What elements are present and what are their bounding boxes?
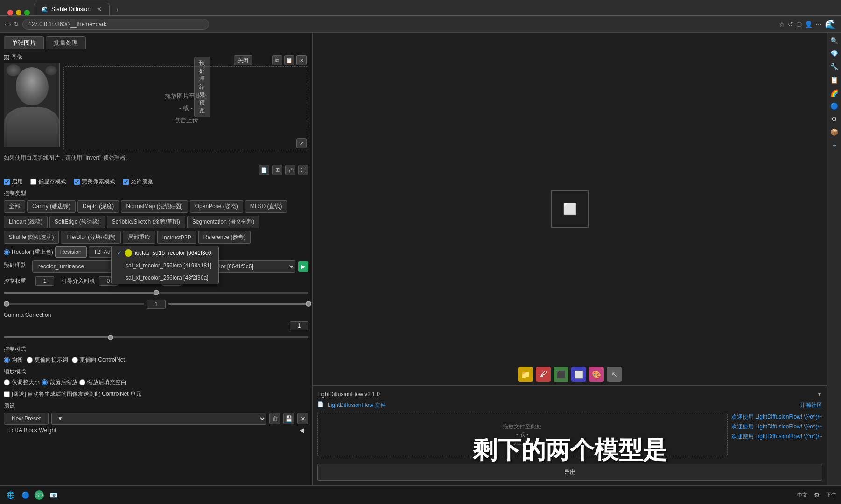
perfect-mode-checkbox[interactable]: 完美像素模式 xyxy=(74,178,115,186)
side-tool-search[interactable]: 🔍 xyxy=(829,35,840,46)
ctrl-btn-shuffle[interactable]: Shuffle (随机选牌) xyxy=(4,231,59,244)
tab-single[interactable]: 单张图片 xyxy=(4,36,44,49)
resize-crop-input[interactable] xyxy=(42,379,48,385)
refresh-btn[interactable]: ↻ xyxy=(14,21,19,28)
taskbar-gear[interactable]: ⚙ xyxy=(811,490,822,501)
ctrl-btn-localredraw[interactable]: 局部重绘 xyxy=(123,231,155,244)
mode-prompt[interactable]: 更偏向提示词 xyxy=(27,356,68,364)
lora-arrow[interactable]: ◀ xyxy=(300,427,304,434)
grid-icon[interactable]: ⊞ xyxy=(272,165,282,175)
ldf-upload-area[interactable]: 拖放文件至此处 - 或 - 点击上传 xyxy=(317,413,728,456)
ldf-collapse-btn[interactable]: ▼ xyxy=(817,391,822,398)
save-preset-btn[interactable]: 💾 xyxy=(283,413,294,424)
allow-preview-check[interactable] xyxy=(123,179,129,185)
mode-balanced-input[interactable] xyxy=(4,357,10,363)
taskbar-icon-blue[interactable]: 🔵 xyxy=(20,490,31,501)
guidance-start-thumb[interactable] xyxy=(4,301,9,307)
fullscreen-icon[interactable]: ⛶ xyxy=(298,165,308,175)
ctrl-btn-instructp2p[interactable]: InstructP2P xyxy=(157,231,196,244)
file-icon[interactable]: 📄 xyxy=(259,165,269,175)
weight-slider[interactable] xyxy=(4,288,308,297)
resize-fill[interactable]: 缩放后填充空白 xyxy=(79,378,126,386)
ctrl-btn-tileblur[interactable]: Tile/Blur (分块/模糊) xyxy=(61,231,120,244)
delete-preset-btn[interactable]: 🗑 xyxy=(269,413,280,424)
dropdown-item-2[interactable]: sai_xl_recolor_256lora [43f2f36a] xyxy=(112,272,218,284)
loopback-check[interactable] xyxy=(4,391,10,397)
tool-paint[interactable]: 🖌 xyxy=(536,367,551,382)
ldf-file-link[interactable]: LightDiffusionFlow 文件 xyxy=(328,401,386,409)
close-window-btn[interactable] xyxy=(7,10,13,15)
ctrl-btn-lineart[interactable]: Lineart (线稿) xyxy=(4,216,48,228)
low-memory-check[interactable] xyxy=(30,179,36,185)
tool-folder[interactable]: 📁 xyxy=(518,367,533,382)
resize-fill-input[interactable] xyxy=(79,379,85,385)
resize-adjust[interactable]: 仅调整大小 xyxy=(4,378,40,386)
ctrl-btn-canny[interactable]: Canny (硬边缘) xyxy=(27,200,76,213)
back-btn[interactable]: ‹ xyxy=(5,21,7,28)
browser-tab[interactable]: 🌊 Stable Diffusion ✕ xyxy=(34,3,110,15)
gamma-thumb[interactable] xyxy=(108,335,113,340)
ctrl-btn-softedge[interactable]: SoftEdge (软边缘) xyxy=(49,216,105,228)
arrows-icon[interactable]: ⇄ xyxy=(285,165,295,175)
ldf-welcome-1[interactable]: 欢迎使用 LightDiffusionFlow! \(^o^)/~ xyxy=(731,413,822,421)
resize-adjust-input[interactable] xyxy=(4,379,10,385)
side-tool-box[interactable]: 📦 xyxy=(829,127,840,137)
lora-block-expand[interactable]: LoRA Block Weight ◀ xyxy=(4,425,308,435)
tab-close-btn[interactable]: ✕ xyxy=(97,6,102,13)
gamma-value[interactable]: 1 xyxy=(290,321,308,330)
address-input[interactable] xyxy=(22,19,209,30)
more-btn[interactable]: ⋯ xyxy=(815,21,822,28)
preset-select[interactable]: ▼ xyxy=(51,413,266,425)
ctrl-btn-openpose[interactable]: OpenPose (姿态) xyxy=(190,200,243,213)
run-preprocessor-btn[interactable]: ▶ xyxy=(298,261,308,272)
resize-crop[interactable]: 裁剪后缩放 xyxy=(42,378,77,386)
ldf-welcome-2[interactable]: 欢迎使用 LightDiffusionFlow! \(^o^)/~ xyxy=(731,423,822,431)
side-tool-add[interactable]: + xyxy=(829,140,840,150)
mode-controlnet[interactable]: 更偏向 ControlNet xyxy=(72,356,125,364)
side-tool-circle[interactable]: 🔵 xyxy=(829,101,840,111)
side-tool-clipboard[interactable]: 📋 xyxy=(829,75,840,85)
mode-balanced[interactable]: 均衡 xyxy=(4,356,23,364)
side-tool-wrench[interactable]: 🔧 xyxy=(829,62,840,72)
new-tab-btn[interactable]: ＋ xyxy=(112,4,123,15)
tool-cursor[interactable]: ↖ xyxy=(607,367,622,382)
mode-prompt-input[interactable] xyxy=(27,357,33,363)
dropdown-item-0[interactable]: ✓ ioclab_sd15_recolor [6641f3c6] xyxy=(112,246,218,259)
control-weight-value[interactable]: 1 xyxy=(35,276,54,286)
model-dropdown[interactable]: ✓ ioclab_sd15_recolor [6641f3c6] sai_xl_… xyxy=(111,246,219,284)
tool-select[interactable]: ⬛ xyxy=(554,367,568,382)
taskbar-icon-email[interactable]: 📧 xyxy=(48,490,59,501)
guidance-end-slider[interactable] xyxy=(168,300,309,308)
side-tool-gear[interactable]: ⚙ xyxy=(829,114,840,124)
side-tool-palette[interactable]: 🌈 xyxy=(829,88,840,98)
dropdown-item-1[interactable]: sai_xl_recolor_256lora [4198a181] xyxy=(112,259,218,272)
profile-btn[interactable]: 👤 xyxy=(805,21,813,28)
ctrl-btn-segmentation[interactable]: Segmentation (语义分割) xyxy=(187,216,259,228)
export-btn[interactable]: 导出 xyxy=(317,464,822,481)
taskbar-icon-sd[interactable]: SD xyxy=(35,490,44,500)
mode-controlnet-input[interactable] xyxy=(72,357,78,363)
extensions-btn[interactable]: ⬡ xyxy=(796,21,802,28)
low-memory-checkbox[interactable]: 低显存模式 xyxy=(30,178,66,186)
ctrl-btn-scribble[interactable]: Scribble/Sketch (涂鸦/草图) xyxy=(107,216,185,228)
ldf-community-link[interactable]: 开源社区 xyxy=(800,401,822,409)
remove-preset-btn[interactable]: ✕ xyxy=(297,413,308,424)
close-btn[interactable]: 关闭 xyxy=(234,55,252,65)
radio-recolor-input[interactable] xyxy=(4,249,10,255)
weight-thumb[interactable] xyxy=(154,290,159,295)
ldf-welcome-3[interactable]: 欢迎使用 LightDiffusionFlow! \(^o^)/~ xyxy=(731,433,822,441)
perfect-mode-check[interactable] xyxy=(74,179,80,185)
forward-btn[interactable]: › xyxy=(9,21,11,28)
guidance-end-thumb[interactable] xyxy=(306,301,311,307)
upload-area[interactable]: 拖放图片至此处 - 或 - 点击上传 xyxy=(63,66,308,150)
star-btn[interactable]: ☆ xyxy=(779,21,785,28)
minimize-window-btn[interactable] xyxy=(16,10,21,15)
allow-preview-checkbox[interactable]: 允许预览 xyxy=(123,178,153,186)
tool-color[interactable]: 🎨 xyxy=(589,367,604,382)
ctrl-btn-all[interactable]: 全部 xyxy=(4,200,25,213)
enable-checkbox[interactable]: 启用 xyxy=(4,178,23,186)
side-tool-gem[interactable]: 💎 xyxy=(829,49,840,59)
tab-batch[interactable]: 批量处理 xyxy=(46,36,86,49)
taskbar-icon-web[interactable]: 🌐 xyxy=(5,490,16,501)
tool-crop[interactable]: ⬜ xyxy=(571,367,586,382)
